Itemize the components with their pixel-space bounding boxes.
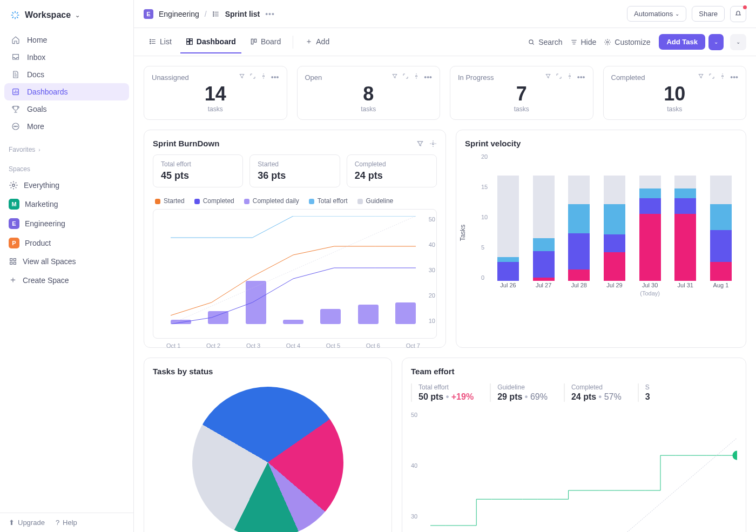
dashboards-icon xyxy=(11,87,21,96)
stat-unit: tasks xyxy=(305,105,433,113)
sidebar-item-inbox[interactable]: Inbox xyxy=(4,49,129,66)
space-everything[interactable]: Everything xyxy=(0,176,133,194)
add-task-dropdown[interactable]: ⌄ xyxy=(708,34,724,50)
add-task-button[interactable]: Add Task xyxy=(659,34,705,50)
topbar: E Engineering / Sprint list ••• Automati… xyxy=(134,0,756,28)
breadcrumb-sep: / xyxy=(205,10,207,18)
svg-point-1 xyxy=(12,123,19,130)
more-icon[interactable]: ••• xyxy=(424,73,432,82)
chevron-down-icon: ⌄ xyxy=(675,11,679,17)
svg-point-3 xyxy=(15,126,16,126)
view-tab-dashboard[interactable]: Dashboard xyxy=(180,31,241,53)
space-product[interactable]: P Product xyxy=(0,233,133,253)
sidebar-footer: ⬆Upgrade ?Help xyxy=(0,513,133,532)
more-icon[interactable]: ••• xyxy=(577,73,585,82)
plus-icon: ＋ xyxy=(305,37,313,46)
docs-icon xyxy=(11,70,21,79)
svg-point-26 xyxy=(569,76,570,77)
stat-cards-row: Unassigned ••• 14 tasks Open xyxy=(144,66,746,120)
hide-button[interactable]: Hide xyxy=(570,38,597,46)
svg-point-22 xyxy=(529,39,533,43)
chevron-down-icon: ⌄ xyxy=(714,39,718,45)
svg-rect-6 xyxy=(10,259,12,261)
sidebar-item-more[interactable]: More xyxy=(4,118,129,135)
more-icon[interactable]: ••• xyxy=(271,73,279,82)
expand-icon[interactable] xyxy=(249,73,256,82)
sidebar-item-home[interactable]: Home xyxy=(4,31,129,49)
stat-card: Open ••• 8 tasks xyxy=(297,66,441,120)
breadcrumb-space[interactable]: Engineering xyxy=(159,10,199,18)
spaces-section: Spaces xyxy=(0,157,133,176)
svg-rect-9 xyxy=(14,262,16,264)
space-marketing[interactable]: M Marketing xyxy=(0,194,133,214)
stat-card: In Progress ••• 7 tasks xyxy=(450,66,593,120)
velocity-card: Sprint velocity Tasks 20151050 Jul 26Jul… xyxy=(456,130,746,348)
expand-icon[interactable] xyxy=(708,73,715,82)
team-effort-stat: Completed 24 pts • 57% xyxy=(564,383,622,402)
favorites-section[interactable]: Favorites › xyxy=(0,137,133,157)
burndown-mini-card: Started 36 pts xyxy=(249,154,340,187)
workspace-switcher[interactable]: Workspace ⌄ xyxy=(0,0,133,29)
view-tab-list[interactable]: List xyxy=(144,31,177,53)
settings-icon[interactable] xyxy=(413,73,420,82)
upgrade-button[interactable]: ⬆Upgrade xyxy=(9,518,45,527)
workspace-name: Workspace xyxy=(25,10,71,20)
breadcrumb-space-badge[interactable]: E xyxy=(144,9,153,19)
create-space[interactable]: ＋ Create Space xyxy=(0,270,133,290)
expand-icon[interactable] xyxy=(556,73,562,82)
view-more-button[interactable]: ⌄ xyxy=(730,34,746,50)
share-button[interactable]: Share xyxy=(692,6,725,22)
team-effort-title: Team effort xyxy=(411,367,737,376)
customize-button[interactable]: Customize xyxy=(604,38,650,46)
sidebar-item-dashboards[interactable]: Dashboards xyxy=(4,83,129,100)
filter-icon[interactable] xyxy=(392,73,398,82)
filter-icon[interactable] xyxy=(698,73,704,82)
burndown-mini-card: Completed 24 pts xyxy=(347,154,437,187)
stat-value: 10 xyxy=(611,83,739,105)
search-button[interactable]: Search xyxy=(528,38,562,46)
automations-button[interactable]: Automations⌄ xyxy=(627,6,686,22)
filter-icon[interactable] xyxy=(545,73,551,82)
svg-rect-17 xyxy=(190,38,192,40)
stat-unit: tasks xyxy=(152,105,279,113)
settings-icon[interactable] xyxy=(719,73,726,82)
expand-icon[interactable] xyxy=(402,73,409,82)
stat-title: Unassigned xyxy=(152,73,189,82)
space-badge: E xyxy=(9,218,19,229)
svg-point-2 xyxy=(14,126,15,126)
stat-unit: tasks xyxy=(458,105,585,113)
stat-value: 8 xyxy=(305,83,433,105)
burndown-mini-stats: Total effort 45 pts Started 36 pts Compl… xyxy=(153,154,437,187)
sidebar-item-goals[interactable]: Goals xyxy=(4,100,129,118)
settings-icon[interactable] xyxy=(429,140,437,147)
space-engineering[interactable]: E Engineering xyxy=(0,214,133,233)
chevron-down-icon: ⌄ xyxy=(736,39,740,45)
stat-value: 14 xyxy=(152,83,279,105)
breadcrumb-more-icon[interactable]: ••• xyxy=(265,10,275,18)
svg-rect-21 xyxy=(254,39,256,42)
goals-icon xyxy=(11,105,21,113)
svg-rect-19 xyxy=(187,42,190,44)
view-tab-board[interactable]: Board xyxy=(245,31,286,53)
dashboard-content: Unassigned ••• 14 tasks Open xyxy=(134,56,756,532)
svg-point-5 xyxy=(12,184,15,187)
svg-rect-8 xyxy=(10,262,12,264)
more-icon[interactable]: ••• xyxy=(730,73,738,82)
chevron-down-icon: ⌄ xyxy=(75,12,80,19)
svg-point-15 xyxy=(150,43,151,43)
sidebar-item-docs[interactable]: Docs xyxy=(4,66,129,83)
filter-icon[interactable] xyxy=(416,140,424,147)
velocity-ylabel: Tasks xyxy=(459,225,467,241)
filter-icon[interactable] xyxy=(239,73,245,82)
svg-point-10 xyxy=(213,11,213,12)
team-effort-stat: Total effort 50 pts • +19% xyxy=(411,383,474,402)
help-button[interactable]: ?Help xyxy=(56,518,77,527)
breadcrumb-list[interactable]: Sprint list xyxy=(225,10,260,18)
plus-icon: ＋ xyxy=(9,274,17,286)
settings-icon[interactable] xyxy=(260,73,267,82)
add-view-button[interactable]: ＋ Add xyxy=(300,30,335,54)
notifications-button[interactable] xyxy=(730,6,746,22)
view-all-spaces[interactable]: View all Spaces xyxy=(0,253,133,270)
settings-icon[interactable] xyxy=(566,73,573,82)
svg-point-14 xyxy=(150,41,151,42)
